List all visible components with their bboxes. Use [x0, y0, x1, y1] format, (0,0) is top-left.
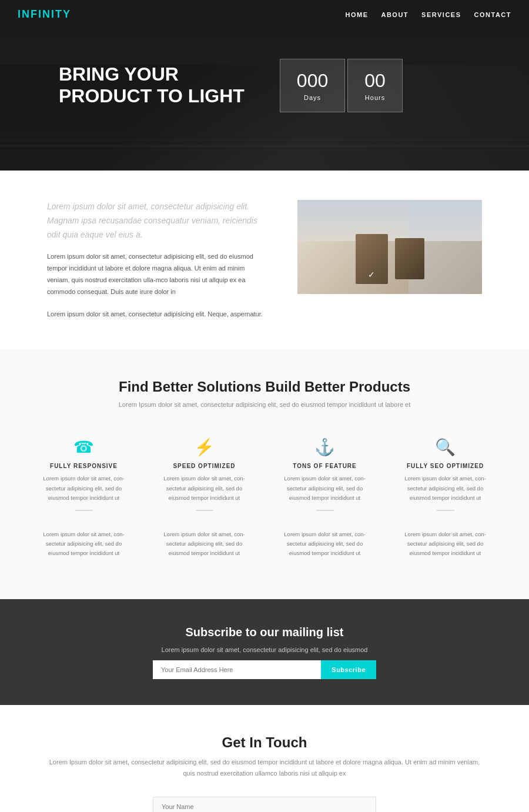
- seo-icon: 🔍: [397, 437, 494, 457]
- hero-countdown: 000 Days 00 Hours: [280, 59, 403, 112]
- feature-extra-desc-2: Lorem ipsum dolor sit amet, con-sectetur…: [156, 530, 253, 558]
- subscribe-title: Subscribe to our mailing list: [186, 626, 344, 639]
- countdown-hours: 00 Hours: [347, 59, 403, 112]
- subscribe-button[interactable]: Subscribe: [321, 660, 376, 679]
- feature-title-4: FULLY SEO OPTIMIZED: [397, 463, 494, 469]
- feature-speed: ⚡ SPEED OPTIMIZED Lorem ipsum dolor sit …: [144, 432, 264, 529]
- solutions-title: Find Better Solutions Build Better Produ…: [24, 379, 505, 395]
- about-text: Lorem ipsum dolor sit amet, consectetur …: [47, 200, 268, 320]
- contact-section: Get In Touch Lorem Ipsum dolor sit amet,…: [0, 705, 529, 812]
- navigation: INFINITY HOME ABOUT SERVICES CONTACT: [0, 0, 529, 29]
- about-body2: Lorem ipsum dolor sit amet, consectetur …: [47, 309, 268, 320]
- about-section: Lorem ipsum dolor sit amet, consectetur …: [0, 171, 529, 349]
- feature-title-1: FULLY RESPONSIVE: [35, 463, 132, 469]
- contact-subtitle: Lorem Ipsum dolor sit amet, consectetur …: [47, 757, 482, 778]
- subscribe-subtitle: Lorem ipsum dolor sit amet, consectetur …: [162, 646, 368, 653]
- speed-icon: ⚡: [156, 437, 253, 457]
- feature-extra-1: Lorem ipsum dolor sit amet, con-sectetur…: [24, 530, 144, 570]
- feature-seo: 🔍 FULLY SEO OPTIMIZED Lorem ipsum dolor …: [385, 432, 505, 529]
- feature-extra-desc-1: Lorem ipsum dolor sit amet, con-sectetur…: [35, 530, 132, 558]
- subscribe-email-input[interactable]: [153, 660, 321, 679]
- feature-extra-2: Lorem ipsum dolor sit amet, con-sectetur…: [144, 530, 264, 570]
- subscribe-form: Subscribe: [153, 660, 376, 679]
- features-grid-2: Lorem ipsum dolor sit amet, con-sectetur…: [24, 530, 505, 570]
- nav-about[interactable]: ABOUT: [381, 11, 409, 18]
- contact-name-input[interactable]: [153, 797, 376, 812]
- nav-home[interactable]: HOME: [345, 11, 368, 18]
- feature-desc-1: Lorem ipsum dolor sit amet, con-sectetur…: [35, 474, 132, 502]
- contact-form: SEND ME: [153, 797, 376, 812]
- feature-extra-4: Lorem ipsum dolor sit amet, con-sectetur…: [385, 530, 505, 570]
- subscribe-section: Subscribe to our mailing list Lorem ipsu…: [0, 599, 529, 705]
- feature-extra-desc-4: Lorem ipsum dolor sit amet, con-sectetur…: [397, 530, 494, 558]
- contact-title: Get In Touch: [47, 734, 482, 751]
- hero-content: BRING YOUR PRODUCT TO LIGHT 000 Days 00 …: [59, 59, 470, 112]
- solutions-subtitle: Lorem Ipsum dolor sit amet, consectetur …: [24, 401, 505, 408]
- solutions-section: Find Better Solutions Build Better Produ…: [0, 349, 529, 599]
- feature-desc-3: Lorem ipsum dolor sit amet, con-sectetur…: [276, 474, 373, 502]
- feature-divider-3: [316, 510, 334, 511]
- feature-divider-2: [196, 510, 213, 511]
- feature-title-3: TONS OF FEATURE: [276, 463, 373, 469]
- feature-desc-2: Lorem ipsum dolor sit amet, con-sectetur…: [156, 474, 253, 502]
- nav-contact[interactable]: CONTACT: [474, 11, 511, 18]
- nav-links: HOME ABOUT SERVICES CONTACT: [345, 11, 511, 18]
- about-image-container: ✓: [297, 200, 482, 294]
- feature-responsive: ☎ FULLY RESPONSIVE Lorem ipsum dolor sit…: [24, 432, 144, 529]
- feature-desc-4: Lorem ipsum dolor sit amet, con-sectetur…: [397, 474, 494, 502]
- nav-services[interactable]: SERVICES: [421, 11, 461, 18]
- feature-divider-1: [75, 510, 93, 511]
- about-image: ✓: [297, 200, 482, 294]
- feature-divider-4: [437, 510, 454, 511]
- responsive-icon: ☎: [35, 437, 132, 457]
- about-body1: Lorem ipsum dolor sit amet, consectetur …: [47, 251, 268, 298]
- hero-title: BRING YOUR PRODUCT TO LIGHT: [59, 64, 245, 107]
- countdown-days: 000 Days: [280, 59, 345, 112]
- feature-title-2: SPEED OPTIMIZED: [156, 463, 253, 469]
- site-logo[interactable]: INFINITY: [18, 8, 71, 21]
- feature-extra-3: Lorem ipsum dolor sit amet, con-sectetur…: [264, 530, 385, 570]
- feature-extra-desc-3: Lorem ipsum dolor sit amet, con-sectetur…: [276, 530, 373, 558]
- about-heading: Lorem ipsum dolor sit amet, consectetur …: [47, 200, 268, 242]
- feature-tons: ⚓ TONS OF FEATURE Lorem ipsum dolor sit …: [264, 432, 385, 529]
- features-grid: ☎ FULLY RESPONSIVE Lorem ipsum dolor sit…: [24, 432, 505, 529]
- tons-icon: ⚓: [276, 437, 373, 457]
